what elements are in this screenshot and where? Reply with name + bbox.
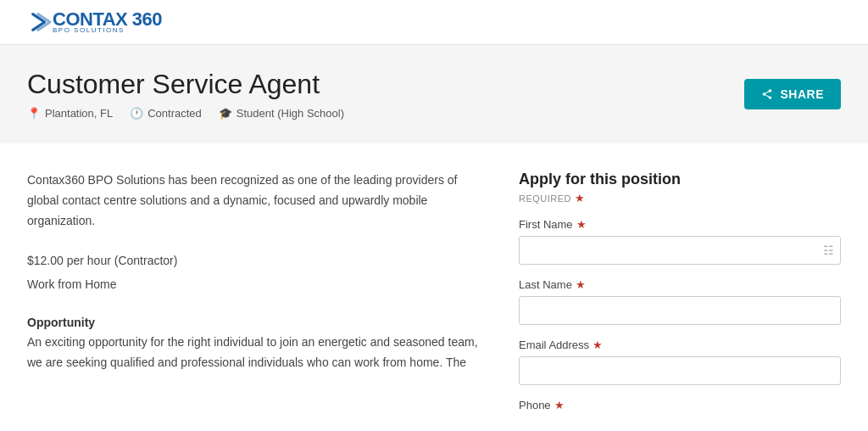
job-title: Customer Service Agent (27, 69, 344, 100)
required-star: ★ (575, 192, 586, 204)
first-name-wrapper: ☷ (519, 236, 841, 265)
clock-icon: 🕐 (130, 107, 143, 120)
graduation-icon: 🎓 (219, 107, 232, 120)
first-name-input[interactable] (519, 236, 841, 265)
share-icon (761, 88, 773, 100)
logo: CONTAX 360 BPO SOLUTIONS (27, 10, 162, 34)
opportunity-heading: Opportunity (27, 316, 485, 329)
site-header: CONTAX 360 BPO SOLUTIONS (0, 0, 868, 45)
required-label: REQUIRED ★ (519, 192, 841, 204)
job-info: Customer Service Agent 📍 Plantation, FL … (27, 69, 344, 120)
first-name-required: ★ (576, 218, 587, 231)
job-location-text: Plantation, FL (45, 107, 113, 120)
opportunity-text: An exciting opportunity for the right in… (27, 333, 485, 373)
job-description: Contax360 BPO Solutions has been recogni… (27, 171, 485, 425)
email-required: ★ (593, 339, 603, 351)
job-contract: 🕐 Contracted (130, 107, 202, 120)
job-header: Customer Service Agent 📍 Plantation, FL … (0, 45, 868, 143)
first-name-label: First Name ★ (519, 218, 841, 231)
phone-group: Phone ★ (519, 399, 841, 411)
pay-rate: $12.00 per hour (Contractor) (27, 251, 485, 271)
logo-icon (29, 10, 53, 34)
email-group: Email Address ★ (519, 339, 841, 385)
job-education: 🎓 Student (High School) (219, 107, 344, 120)
main-content: Contax360 BPO Solutions has been recogni… (0, 143, 868, 431)
email-label: Email Address ★ (519, 339, 841, 351)
application-form: Apply for this position REQUIRED ★ First… (519, 171, 841, 425)
job-education-text: Student (High School) (236, 107, 344, 120)
last-name-required: ★ (576, 278, 586, 291)
last-name-group: Last Name ★ (519, 278, 841, 325)
work-mode: Work from Home (27, 275, 485, 295)
location-icon: 📍 (27, 107, 41, 120)
first-name-group: First Name ★ ☷ (519, 218, 841, 265)
job-location: 📍 Plantation, FL (27, 107, 113, 120)
email-input[interactable] (519, 356, 841, 385)
opportunity-section: Opportunity An exciting opportunity for … (27, 316, 485, 373)
input-corner-icon: ☷ (823, 243, 834, 257)
phone-label: Phone ★ (519, 399, 841, 411)
description-intro: Contax360 BPO Solutions has been recogni… (27, 171, 485, 231)
job-contract-text: Contracted (147, 107, 202, 120)
form-title: Apply for this position (519, 171, 841, 188)
share-button[interactable]: SHARE (744, 79, 841, 109)
share-button-label: SHARE (780, 87, 824, 101)
phone-required: ★ (554, 399, 565, 411)
last-name-label: Last Name ★ (519, 278, 841, 291)
job-meta: 📍 Plantation, FL 🕐 Contracted 🎓 Student … (27, 107, 344, 120)
last-name-input[interactable] (519, 296, 841, 325)
